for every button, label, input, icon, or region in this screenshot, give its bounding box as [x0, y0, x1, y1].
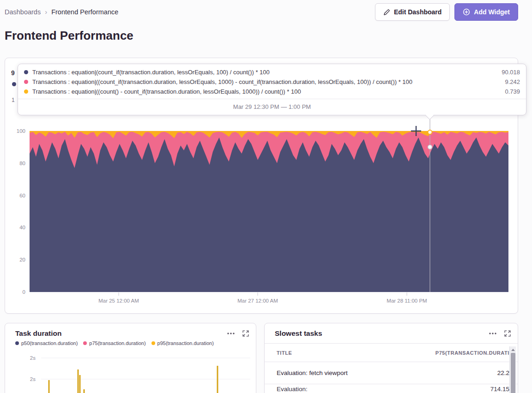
series-dot-pink — [24, 80, 28, 84]
tooltip-series-label: Transactions : equation|(count_if(transa… — [32, 69, 270, 76]
tooltip-series-value: 9.242 — [505, 78, 520, 85]
page-title: Frontend Performance — [5, 29, 133, 43]
tooltip-series-label: Transactions : equation|((count() - coun… — [32, 88, 301, 95]
svg-text:100: 100 — [17, 128, 25, 134]
slowest-tasks-table: TITLE P75(TRANSACTION.DURATI Evaluation:… — [265, 344, 518, 393]
occluded-legend-dot — [12, 82, 16, 86]
legend-item-p95[interactable]: p95(transaction.duration) — [151, 340, 214, 346]
task-duration-widget: Task duration p50(transaction.duration) … — [5, 323, 256, 393]
expand-icon[interactable] — [242, 330, 249, 337]
table-header-row: TITLE P75(TRANSACTION.DURATI — [265, 344, 518, 362]
widget-title: Task duration — [15, 329, 61, 338]
tooltip-series-row: Transactions : equation|(count_if(transa… — [18, 67, 526, 77]
dashboard-page: Dashboards › Frontend Performance Edit D… — [0, 0, 532, 393]
tooltip-rows: Transactions : equation|(count_if(transa… — [18, 64, 526, 99]
scrollbar-thumb[interactable] — [511, 353, 515, 393]
occluded-widget-title-fragment: 9 — [11, 69, 15, 77]
svg-text:80: 80 — [19, 161, 25, 166]
edit-dashboard-label: Edit Dashboard — [394, 8, 441, 16]
expand-icon[interactable] — [504, 330, 511, 337]
ellipsis-icon[interactable] — [227, 333, 235, 334]
widget-title: Slowest tasks — [275, 329, 322, 338]
column-header-p75: P75(TRANSACTION.DURATI — [435, 350, 509, 356]
add-widget-label: Add Widget — [474, 8, 510, 16]
topbar-buttons: Edit Dashboard Add Widget — [375, 3, 518, 21]
svg-text:20: 20 — [19, 257, 25, 262]
svg-text:60: 60 — [19, 193, 25, 198]
tooltip-series-row: Transactions : equation|((count() - coun… — [18, 87, 526, 96]
breadcrumb-dashboards-link[interactable]: Dashboards — [5, 8, 41, 16]
legend-item-p50[interactable]: p50(transaction.duration) — [15, 340, 78, 346]
legend-dot-navy — [15, 341, 19, 345]
task-duration-legend: p50(transaction.duration) p75(transactio… — [5, 338, 256, 346]
tooltip-series-row: Transactions : equation|((count_if(trans… — [18, 77, 526, 87]
chevron-separator-icon: › — [45, 8, 47, 16]
svg-text:Mar 28 11:00 PM: Mar 28 11:00 PM — [387, 298, 427, 304]
svg-text:Mar 27 12:00 AM: Mar 27 12:00 AM — [237, 298, 278, 304]
svg-text:40: 40 — [19, 225, 25, 230]
add-widget-button[interactable]: Add Widget — [454, 3, 518, 21]
pencil-icon — [383, 9, 390, 16]
ellipsis-icon[interactable] — [489, 333, 496, 334]
table-row[interactable]: Evaluation: fetch viewport 22.2 — [265, 362, 518, 384]
tooltip-timerange: Mar 29 12:30 PM — 1:00 PM — [18, 99, 526, 115]
svg-text:Mar 25 12:00 AM: Mar 25 12:00 AM — [98, 298, 139, 304]
table-scrollbar[interactable] — [509, 346, 516, 393]
series-dot-yellow — [24, 89, 28, 94]
scroll-up-arrow-icon[interactable] — [511, 349, 515, 351]
chart-tooltip: Transactions : equation|(count_if(transa… — [18, 64, 526, 115]
slowest-tasks-widget: Slowest tasks TITLE P75(TRANSACTION.DURA… — [264, 323, 518, 393]
svg-text:2s: 2s — [30, 376, 36, 382]
legend-dot-pink — [83, 341, 87, 345]
occluded-legend-fragment: 1 — [12, 97, 15, 103]
table-row[interactable]: Evaluation: 714.15 — [265, 384, 518, 393]
svg-text:0: 0 — [23, 289, 25, 295]
breadcrumb: Dashboards › Frontend Performance — [5, 8, 118, 16]
column-header-title: TITLE — [277, 350, 292, 356]
legend-dot-yellow — [151, 341, 155, 345]
task-duration-chart[interactable]: 2s2s — [5, 350, 256, 393]
tooltip-series-value: 90.018 — [502, 69, 520, 76]
series-dot-navy — [24, 70, 28, 74]
svg-text:2s: 2s — [30, 355, 36, 361]
tooltip-series-value: 0.739 — [505, 88, 520, 95]
breadcrumb-current: Frontend Performance — [51, 8, 118, 16]
plus-circle-icon — [463, 8, 470, 16]
tooltip-series-label: Transactions : equation|((count_if(trans… — [32, 78, 412, 85]
legend-item-p75[interactable]: p75(transaction.duration) — [83, 340, 145, 346]
edit-dashboard-button[interactable]: Edit Dashboard — [375, 3, 450, 21]
